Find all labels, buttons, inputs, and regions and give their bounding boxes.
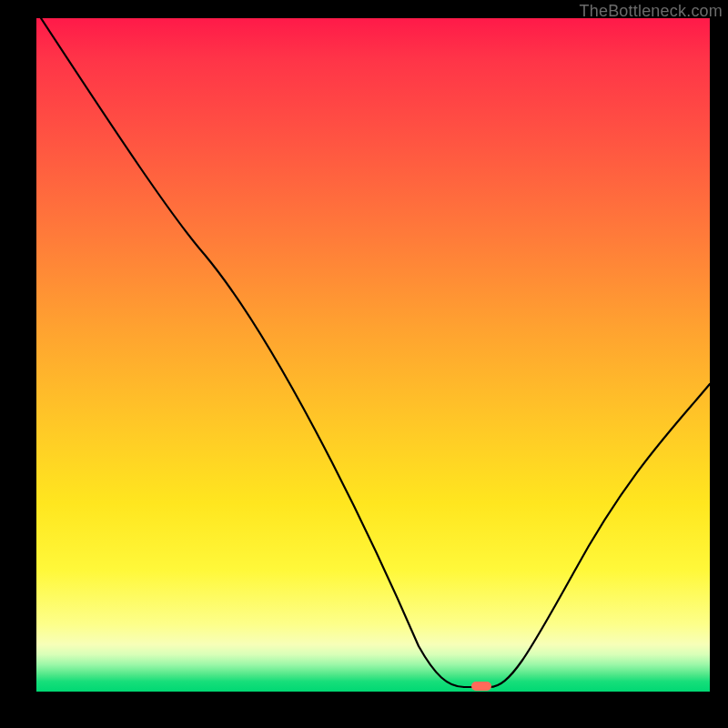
curve-path — [41, 18, 710, 687]
chart-frame: TheBottleneck.com — [0, 0, 728, 728]
plot-area — [36, 18, 710, 692]
minimum-marker — [471, 682, 491, 691]
bottleneck-curve — [36, 18, 710, 692]
